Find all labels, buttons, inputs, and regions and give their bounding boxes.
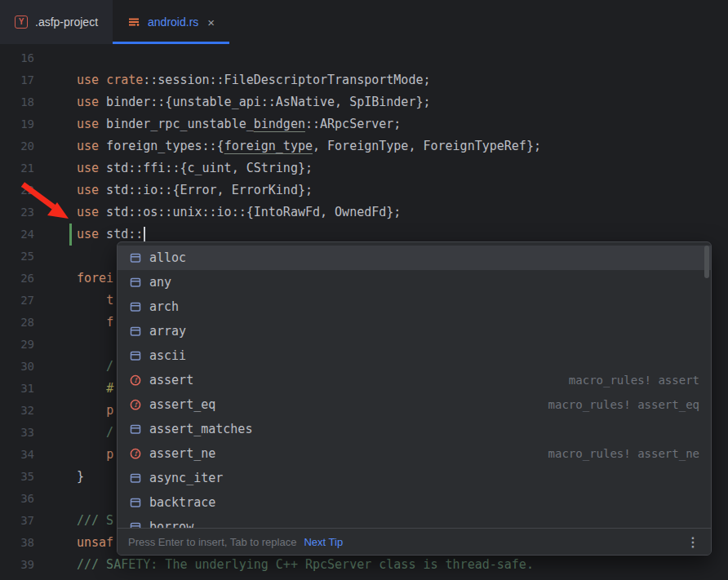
- line-number: 32: [0, 400, 34, 422]
- vcs-change-marker: [69, 135, 72, 157]
- line-number: 29: [0, 334, 34, 356]
- code-text: use std::io::{Error, ErrorKind};: [77, 179, 728, 201]
- vcs-change-marker: [69, 554, 72, 576]
- completion-item-tail: macro_rules! assert_eq: [548, 398, 699, 411]
- completion-item-tail: macro_rules! assert_ne: [548, 447, 699, 460]
- completion-item-label: assert_eq: [149, 397, 215, 412]
- line-number: 20: [0, 135, 34, 157]
- more-options-icon[interactable]: ⋮: [686, 534, 700, 550]
- vcs-change-marker: [69, 69, 72, 91]
- vcs-change-marker: [69, 312, 72, 334]
- module-icon: [129, 251, 142, 264]
- line-number: 28: [0, 312, 34, 334]
- macro-icon: f: [129, 398, 142, 411]
- module-icon: [129, 520, 142, 528]
- text-caret: [144, 227, 145, 241]
- code-line[interactable]: 17use crate::session::FileDescriptorTran…: [0, 69, 728, 91]
- vcs-change-marker: [69, 466, 72, 488]
- line-number: 27: [0, 290, 34, 312]
- line-number: 35: [0, 466, 34, 488]
- module-icon: [129, 472, 142, 485]
- completion-footer: Press Enter to insert, Tab to replace Ne…: [118, 528, 711, 555]
- close-tab-icon[interactable]: ×: [207, 16, 215, 29]
- code-text: /// SAFETY: The underlying C++ RpcServer…: [77, 554, 728, 576]
- code-line[interactable]: 19use binder_rpc_unstable_bindgen::ARpcS…: [0, 113, 728, 135]
- line-number: 26: [0, 268, 34, 290]
- scrollbar-thumb[interactable]: [704, 246, 709, 278]
- code-line[interactable]: 21use std::ffi::{c_uint, CString};: [0, 157, 728, 179]
- code-text: use std::ffi::{c_uint, CString};: [77, 157, 728, 179]
- completion-item-arch[interactable]: arch: [118, 294, 711, 319]
- completion-hint-text: Press Enter to insert, Tab to replace: [128, 536, 296, 548]
- vcs-change-marker: [69, 224, 72, 246]
- code-text: use crate::session::FileDescriptorTransp…: [77, 69, 728, 91]
- vcs-change-marker: [69, 532, 72, 554]
- completion-list: allocanyarcharrayasciifassertmacro_rules…: [118, 242, 711, 528]
- completion-item-tail: macro_rules! assert: [569, 374, 699, 387]
- vcs-change-marker: [69, 356, 72, 378]
- ide-window: Y .asfp-project android.rs × 1617use cra…: [0, 0, 728, 44]
- completion-item-assert_matches[interactable]: assert_matches: [118, 417, 711, 441]
- completion-item-any[interactable]: any: [118, 270, 711, 294]
- line-number: 16: [0, 47, 34, 69]
- vcs-change-marker: [69, 290, 72, 312]
- vcs-change-marker: [69, 334, 72, 356]
- next-tip-link[interactable]: Next Tip: [304, 536, 343, 548]
- module-icon: [129, 300, 142, 313]
- completion-item-assert_ne[interactable]: fassert_nemacro_rules! assert_ne: [118, 441, 711, 466]
- vcs-change-marker: [69, 113, 72, 135]
- vcs-change-marker: [69, 157, 72, 179]
- macro-icon: f: [129, 374, 142, 387]
- line-number: 25: [0, 246, 34, 268]
- module-icon: [129, 496, 142, 509]
- line-number: 38: [0, 532, 34, 554]
- tab-asfp-project[interactable]: Y .asfp-project: [0, 0, 113, 44]
- completion-item-label: assert_ne: [149, 446, 215, 461]
- vcs-change-marker: [69, 91, 72, 113]
- code-line[interactable]: 23use std::os::unix::io::{IntoRawFd, Own…: [0, 201, 728, 224]
- line-number: 21: [0, 157, 34, 179]
- line-number: 30: [0, 356, 34, 378]
- line-number: 33: [0, 422, 34, 444]
- completion-item-assert_eq[interactable]: fassert_eqmacro_rules! assert_eq: [118, 392, 711, 417]
- completion-item-backtrace[interactable]: backtrace: [118, 490, 711, 515]
- line-number: 34: [0, 444, 34, 466]
- editor-tab-bar: Y .asfp-project android.rs ×: [0, 0, 728, 44]
- project-file-icon: Y: [15, 15, 28, 29]
- completion-item-label: assert: [149, 373, 193, 387]
- line-number: 36: [0, 488, 34, 510]
- annotation-arrow-icon: [18, 179, 75, 225]
- completion-item-assert[interactable]: fassertmacro_rules! assert: [118, 368, 711, 392]
- vcs-change-marker: [69, 378, 72, 400]
- tab-android-rs[interactable]: android.rs ×: [113, 0, 229, 44]
- completion-item-alloc[interactable]: alloc: [118, 246, 711, 270]
- module-icon: [129, 423, 142, 436]
- code-line[interactable]: 20use foreign_types::{foreign_type, Fore…: [0, 135, 728, 157]
- code-line[interactable]: 16: [0, 47, 728, 69]
- line-number: 39: [0, 554, 34, 576]
- completion-item-ascii[interactable]: ascii: [118, 343, 711, 368]
- vcs-change-marker: [69, 444, 72, 466]
- macro-icon: f: [129, 447, 142, 460]
- completion-item-label: borrow: [149, 520, 193, 528]
- completion-item-label: backtrace: [149, 495, 215, 510]
- vcs-change-marker: [69, 510, 72, 532]
- completion-item-array[interactable]: array: [118, 319, 711, 343]
- completion-item-label: ascii: [149, 348, 186, 363]
- rust-file-icon: [127, 15, 140, 29]
- code-text: use std::os::unix::io::{IntoRawFd, Owned…: [77, 201, 728, 224]
- completion-item-borrow[interactable]: borrow: [118, 515, 711, 528]
- code-line[interactable]: 22use std::io::{Error, ErrorKind};: [0, 179, 728, 201]
- module-icon: [129, 276, 142, 289]
- completion-item-async_iter[interactable]: async_iter: [118, 466, 711, 490]
- code-line[interactable]: 18use binder::{unstable_api::AsNative, S…: [0, 91, 728, 113]
- line-number: 19: [0, 113, 34, 135]
- completion-popup: allocanyarcharrayasciifassertmacro_rules…: [117, 241, 712, 556]
- code-line[interactable]: 39/// SAFETY: The underlying C++ RpcServ…: [0, 554, 728, 576]
- code-text: use binder_rpc_unstable_bindgen::ARpcSer…: [77, 113, 728, 135]
- module-icon: [129, 349, 142, 362]
- completion-item-label: assert_matches: [149, 422, 252, 436]
- line-number: 24: [0, 224, 34, 246]
- tab-label-android-rs: android.rs: [148, 15, 198, 29]
- vcs-change-marker: [69, 400, 72, 422]
